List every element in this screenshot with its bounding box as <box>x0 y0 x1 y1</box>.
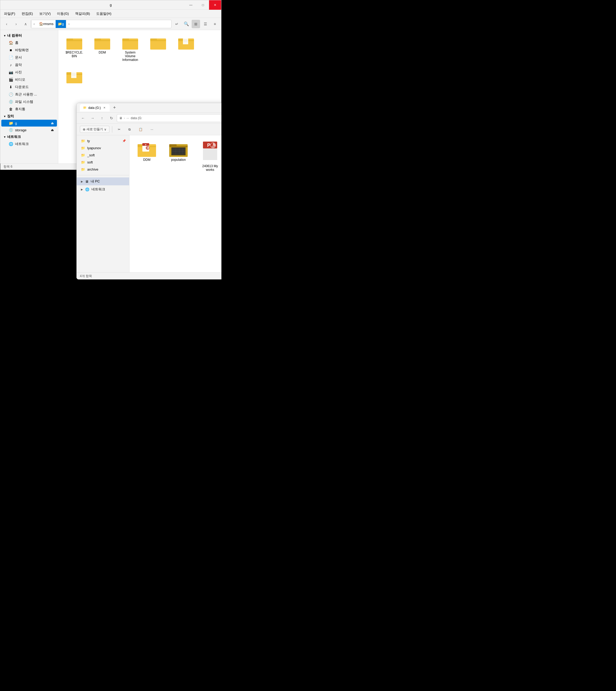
back-toolbar: ‹ › ∧ ‹ 🏠 rmsms 📁 g › ↵ 🔍 ⊞ ☰ ≡ <box>0 18 221 30</box>
copy-button[interactable]: ⧉ <box>126 126 134 133</box>
music-icon: ♪ <box>9 63 13 67</box>
sidebar-section-devices[interactable]: ▼ 장치 <box>0 113 58 120</box>
front-refresh-button[interactable]: ↻ <box>107 114 116 122</box>
breadcrumb-bar: ‹ 🏠 rmsms 📁 g › <box>31 20 172 28</box>
sidebar-item-network[interactable]: 🌐네트워크 <box>1 140 57 148</box>
file-label-recycle: $RECYCLE.BIN <box>65 51 84 58</box>
sidebar-section-mycomputer[interactable]: ▼ 내 컴퓨터 <box>0 32 58 39</box>
sidebar-item-home[interactable]: 🏠홈 <box>1 39 57 46</box>
svg-rect-28 <box>71 71 76 78</box>
folder-g-icon: 📁 <box>58 22 62 26</box>
front-sidebar-mypc[interactable]: ▶ 🖥 내 PC <box>77 177 129 185</box>
tab-data-g[interactable]: 📁 data (G:) ✕ <box>80 104 110 111</box>
sysvolinfo-folder-icon <box>122 36 138 49</box>
menu-view[interactable]: 보기(V) <box>38 11 52 17</box>
menu-file[interactable]: 파일(F) <box>3 11 16 17</box>
copy-icon: ⧉ <box>128 128 131 131</box>
front-nav-toolbar: ← → ↑ ↻ 🖥 › ··· data (G: data (G:) <box>77 113 221 124</box>
sidebar-item-g[interactable]: 📁g ⏏ <box>1 120 57 127</box>
front-back-button[interactable]: ← <box>79 114 87 122</box>
front-sidebar-archive[interactable]: 📁 archive <box>77 166 129 173</box>
front-sidebar-divider <box>77 175 129 175</box>
breadcrumb-left-chevron[interactable]: ‹ <box>31 20 37 28</box>
eject-g-icon[interactable]: ⏏ <box>51 121 54 125</box>
front-sidebar-network[interactable]: ▶ 🌐 네트워크 <box>77 185 129 193</box>
file-item-ddm[interactable]: DDM <box>90 34 114 64</box>
front-sidebar-lyapunov[interactable]: 📁 lyapunov <box>77 145 129 152</box>
sidebar-item-filesystem[interactable]: 💿파일 시스템 <box>1 98 57 105</box>
file-item-sysvolinfo[interactable]: System Volume Information <box>118 34 142 64</box>
svg-text:P: P <box>207 143 210 148</box>
sidebar-item-trash[interactable]: 🗑휴지통 <box>1 105 57 113</box>
front-breadcrumb-bar[interactable]: 🖥 › ··· data (G: <box>117 114 221 122</box>
front-forward-button[interactable]: → <box>88 114 97 122</box>
breadcrumb-home[interactable]: 🏠 rmsms <box>37 20 56 28</box>
back-minimize-button[interactable]: — <box>185 0 197 10</box>
new-create-chevron-icon: ∨ <box>104 128 107 131</box>
cut-button[interactable]: ✂ <box>115 126 123 133</box>
menu-edit[interactable]: 편집(E) <box>21 11 34 17</box>
sidebar-item-downloads[interactable]: ⬇다운로드 <box>1 83 57 91</box>
sidebar-item-recent[interactable]: 🕐최근 사용한 ... <box>1 91 57 98</box>
action-separator-1 <box>112 126 112 133</box>
file-item-extra3[interactable] <box>63 68 86 86</box>
back-button[interactable]: ‹ <box>2 20 11 28</box>
expand-chevron-right-icon2: ▶ <box>81 188 83 191</box>
sidebar-item-videos[interactable]: 🎬비디오 <box>1 76 57 83</box>
home-icon: 🏠 <box>9 41 13 45</box>
recycle-folder-icon <box>66 36 82 49</box>
downloads-icon: ⬇ <box>9 85 13 89</box>
view-list-button[interactable]: ☰ <box>201 20 210 28</box>
extra2-folder-icon <box>178 36 194 49</box>
menu-go[interactable]: 이동(G) <box>56 11 70 17</box>
forward-button[interactable]: › <box>12 20 20 28</box>
file-item-extra2[interactable] <box>174 34 198 64</box>
view-grid-button[interactable]: ⊞ <box>192 20 200 28</box>
symlink-button[interactable]: ↵ <box>173 20 181 28</box>
file-item-recycle[interactable]: $RECYCLE.BIN <box>63 34 86 64</box>
up-button[interactable]: ∧ <box>21 20 30 28</box>
monitor-icon: 🖥 <box>119 116 122 120</box>
view-details-button[interactable]: ≡ <box>211 20 219 28</box>
front-main-content: P DDM <box>129 135 221 272</box>
front-sidebar: 📁 ty 📌 📁 lyapunov 📁 _soft 📁 soft 📁 archi… <box>77 135 129 272</box>
sidebar-item-music[interactable]: ♪음악 <box>1 61 57 68</box>
menu-bookmarks[interactable]: 책갈피(B) <box>74 11 91 17</box>
sidebar-item-photos[interactable]: 📷사진 <box>1 68 57 76</box>
photos-icon: 📷 <box>9 70 13 74</box>
new-create-button[interactable]: ⊕ 새로 만들기 ∨ <box>80 126 109 133</box>
file-item-extra1[interactable] <box>146 34 170 64</box>
sidebar-item-storage[interactable]: 💿storage ⏏ <box>1 127 57 133</box>
front-file-population[interactable]: population <box>165 139 192 174</box>
breadcrumb-right-chevron[interactable]: › <box>66 20 72 28</box>
sidebar-item-desktop[interactable]: ■바탕화면 <box>1 46 57 54</box>
more-actions-button[interactable]: ··· <box>148 126 156 133</box>
file-label-ddm: DDM <box>98 51 106 54</box>
back-file-grid: $RECYCLE.BIN DDM <box>63 34 217 86</box>
search-button[interactable]: 🔍 <box>182 20 191 28</box>
front-file-240613[interactable]: P 240613 My works <box>197 139 221 174</box>
sidebar-section-network[interactable]: ▼ 네트워크 <box>0 133 58 140</box>
sidebar-item-documents[interactable]: 📄문서 <box>1 54 57 61</box>
menu-help[interactable]: 도움말(H) <box>95 11 112 17</box>
front-sidebar-ty[interactable]: 📁 ty 📌 <box>77 137 129 145</box>
paste-button[interactable]: 📋 <box>136 126 146 133</box>
svg-text:P: P <box>145 144 147 146</box>
eject-storage-icon[interactable]: ⏏ <box>51 128 54 132</box>
front-file-ddm[interactable]: P DDM <box>134 139 160 174</box>
breadcrumb-chevron-icon: › <box>124 116 125 120</box>
back-close-button[interactable]: ✕ <box>209 0 221 10</box>
front-sidebar-soft[interactable]: 📁 soft <box>77 159 129 166</box>
breadcrumb-g[interactable]: 📁 g <box>56 20 66 28</box>
front-up-button[interactable]: ↑ <box>98 114 106 122</box>
tab-add-button[interactable]: + <box>111 104 118 111</box>
desktop-icon: ■ <box>9 48 13 52</box>
expand-chevron-right-icon: ▶ <box>81 180 83 183</box>
svg-rect-10 <box>122 40 138 49</box>
tab-close-button[interactable]: ✕ <box>102 106 107 110</box>
front-sidebar-soft-underscore[interactable]: 📁 _soft <box>77 152 129 159</box>
front-body: 📁 ty 📌 📁 lyapunov 📁 _soft 📁 soft 📁 archi… <box>77 135 221 272</box>
back-title-bar: g — □ ✕ <box>0 0 221 10</box>
back-maximize-button[interactable]: □ <box>197 0 209 10</box>
soft-folder-icon: 📁 <box>81 160 85 164</box>
